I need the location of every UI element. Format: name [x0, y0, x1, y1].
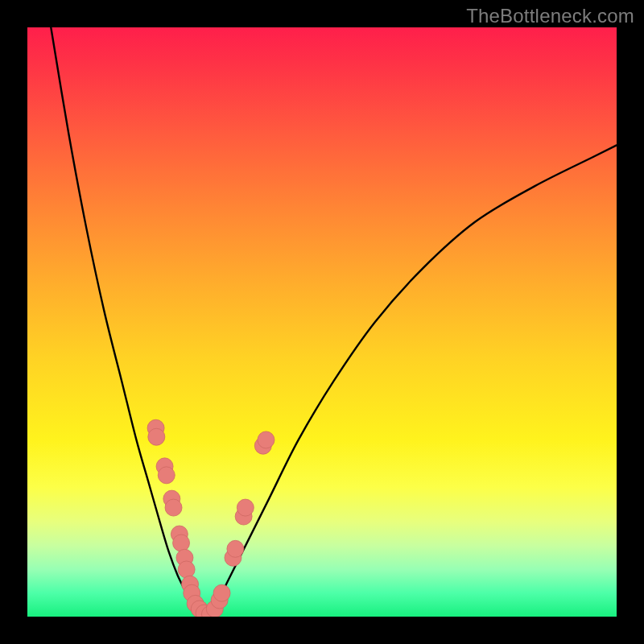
data-marker: [148, 428, 165, 445]
data-marker: [258, 431, 275, 448]
data-marker: [173, 535, 190, 551]
data-marker: [237, 499, 254, 516]
data-marker: [165, 499, 182, 516]
chart-svg: [27, 27, 617, 617]
data-marker: [178, 561, 195, 578]
marker-group: [147, 419, 275, 617]
data-marker: [158, 467, 175, 484]
data-marker: [227, 540, 244, 557]
right-curve-path: [204, 145, 617, 616]
data-marker: [213, 584, 230, 601]
attribution-text: TheBottleneck.com: [466, 5, 634, 27]
